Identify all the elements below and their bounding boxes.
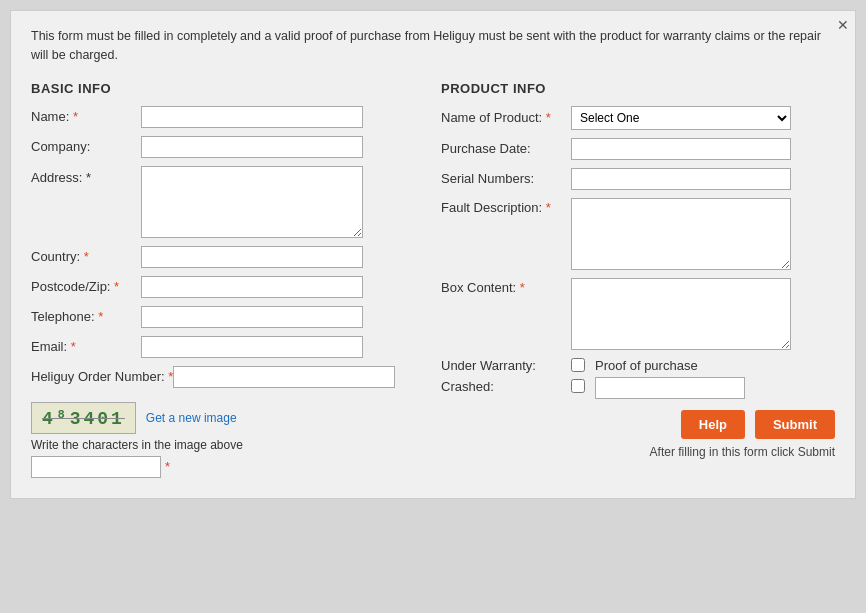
serial-numbers-row: Serial Numbers: — [441, 168, 835, 190]
under-warranty-checkbox[interactable] — [571, 358, 585, 372]
submit-button[interactable]: Submit — [755, 410, 835, 439]
form-container: ✕ This form must be filled in completely… — [10, 10, 856, 499]
crashed-label: Crashed: — [441, 379, 571, 394]
purchase-date-row: Purchase Date: — [441, 138, 835, 160]
close-button[interactable]: ✕ — [837, 17, 849, 33]
country-label: Country: * — [31, 249, 141, 264]
company-row: Company: — [31, 136, 421, 158]
form-columns: BASIC INFO Name: * Company: Address: * C… — [31, 81, 835, 478]
product-info-title: PRODUCT INFO — [441, 81, 835, 96]
order-number-row: Heliguy Order Number: * — [31, 366, 421, 388]
order-number-label: Heliguy Order Number: * — [31, 369, 173, 384]
address-field[interactable] — [141, 166, 363, 238]
under-warranty-label: Under Warranty: — [441, 358, 571, 373]
warranty-crashed-col: Under Warranty: Crashed: — [441, 358, 585, 400]
notice-text: This form must be filled in completely a… — [31, 27, 835, 65]
telephone-row: Telephone: * — [31, 306, 421, 328]
bottom-area: Help Submit After filling in this form c… — [441, 410, 835, 459]
country-field[interactable] — [141, 246, 363, 268]
button-row: Help Submit — [681, 410, 835, 439]
basic-info-column: BASIC INFO Name: * Company: Address: * C… — [31, 81, 421, 478]
help-button[interactable]: Help — [681, 410, 745, 439]
basic-info-title: BASIC INFO — [31, 81, 421, 96]
crashed-row: Crashed: — [441, 379, 585, 394]
telephone-field[interactable] — [141, 306, 363, 328]
purchase-date-label: Purchase Date: — [441, 141, 571, 156]
product-name-row: Name of Product: * Select One — [441, 106, 835, 130]
box-content-label: Box Content: * — [441, 278, 571, 295]
serial-numbers-field[interactable] — [571, 168, 791, 190]
purchase-date-field[interactable] — [571, 138, 791, 160]
product-info-column: PRODUCT INFO Name of Product: * Select O… — [441, 81, 835, 478]
box-content-row: Box Content: * — [441, 278, 835, 350]
name-field[interactable] — [141, 106, 363, 128]
company-label: Company: — [31, 139, 141, 154]
after-submit-text: After filling in this form click Submit — [650, 445, 835, 459]
captcha-image: 4⁸3401 — [31, 402, 136, 434]
name-row: Name: * — [31, 106, 421, 128]
telephone-label: Telephone: * — [31, 309, 141, 324]
serial-numbers-label: Serial Numbers: — [441, 171, 571, 186]
postcode-label: Postcode/Zip: * — [31, 279, 141, 294]
fault-description-row: Fault Description: * — [441, 198, 835, 270]
postcode-field[interactable] — [141, 276, 363, 298]
under-warranty-row: Under Warranty: — [441, 358, 585, 373]
captcha-input[interactable] — [31, 456, 161, 478]
proof-of-purchase-field[interactable] — [595, 377, 745, 399]
box-content-field[interactable] — [571, 278, 791, 350]
address-label: Address: * — [31, 166, 141, 185]
captcha-area: 4⁸3401 Get a new image Write the charact… — [31, 402, 421, 478]
proof-of-purchase-section: Proof of purchase — [595, 358, 745, 399]
get-new-image-link[interactable]: Get a new image — [146, 411, 237, 425]
product-name-label: Name of Product: * — [441, 110, 571, 125]
email-field[interactable] — [141, 336, 363, 358]
proof-of-purchase-label: Proof of purchase — [595, 358, 745, 373]
fault-description-field[interactable] — [571, 198, 791, 270]
captcha-required-marker: * — [165, 459, 170, 474]
captcha-instruction: Write the characters in the image above — [31, 438, 421, 452]
company-field[interactable] — [141, 136, 363, 158]
postcode-row: Postcode/Zip: * — [31, 276, 421, 298]
fault-description-label: Fault Description: * — [441, 198, 571, 215]
address-row: Address: * — [31, 166, 421, 238]
email-row: Email: * — [31, 336, 421, 358]
product-name-select[interactable]: Select One — [571, 106, 791, 130]
email-label: Email: * — [31, 339, 141, 354]
order-number-field[interactable] — [173, 366, 395, 388]
crashed-checkbox[interactable] — [571, 379, 585, 393]
name-label: Name: * — [31, 109, 141, 124]
warranty-crashed-section: Under Warranty: Crashed: Proof of purcha… — [441, 358, 835, 400]
country-row: Country: * — [31, 246, 421, 268]
